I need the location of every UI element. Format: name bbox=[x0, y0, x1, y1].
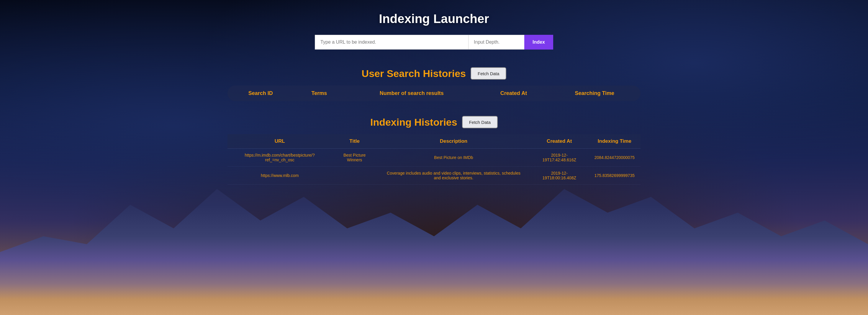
cell-title: Best Picture Winners bbox=[332, 149, 377, 167]
col-indexing-time: Indexing Time bbox=[589, 134, 641, 149]
cell-title bbox=[332, 167, 377, 185]
col-created-at: Created At bbox=[478, 86, 549, 101]
table-row: https://www.mlb.com Coverage includes au… bbox=[227, 167, 641, 185]
col-title: Title bbox=[332, 134, 377, 149]
cell-created-at: 2019-12-19T17:42:48.616Z bbox=[530, 149, 589, 167]
indexing-histories-title: Indexing Histories bbox=[370, 117, 457, 128]
cell-url: https://m.imdb.com/chart/bestpicture/?re… bbox=[227, 149, 332, 167]
col-searching-time: Searching Time bbox=[549, 86, 641, 101]
cell-indexing-time: 175.83582699999735 bbox=[589, 167, 641, 185]
search-histories-table: Search ID Terms Number of search results… bbox=[227, 86, 641, 101]
search-histories-table-container: Search ID Terms Number of search results… bbox=[227, 86, 641, 101]
cell-description: Best Picture on IMDb bbox=[377, 149, 530, 167]
cell-url: https://www.mlb.com bbox=[227, 167, 332, 185]
url-input[interactable] bbox=[315, 35, 468, 50]
indexing-histories-header: Indexing Histories Fetch Data bbox=[6, 116, 862, 128]
search-histories-header: User Search Histories Fetch Data bbox=[6, 67, 862, 80]
depth-input[interactable] bbox=[468, 35, 524, 50]
col-description: Description bbox=[377, 134, 530, 149]
col-num-results: Number of search results bbox=[345, 86, 478, 101]
cell-created-at: 2019-12-19T18:00:16.408Z bbox=[530, 167, 589, 185]
cell-description: Coverage includes audio and video clips,… bbox=[377, 167, 530, 185]
page-title: Indexing Launcher bbox=[6, 12, 862, 26]
cell-indexing-time: 2084.8244720000075 bbox=[589, 149, 641, 167]
indexing-histories-table: URL Title Description Created At Indexin… bbox=[227, 134, 641, 185]
index-button[interactable]: Index bbox=[524, 35, 553, 50]
col-url: URL bbox=[227, 134, 332, 149]
indexing-launcher-form: Index bbox=[6, 35, 862, 50]
search-histories-title: User Search Histories bbox=[362, 68, 466, 80]
indexing-histories-fetch-button[interactable]: Fetch Data bbox=[462, 116, 498, 128]
indexing-histories-table-container: URL Title Description Created At Indexin… bbox=[227, 134, 641, 185]
col-search-id: Search ID bbox=[227, 86, 294, 101]
table-row: https://m.imdb.com/chart/bestpicture/?re… bbox=[227, 149, 641, 167]
col-terms: Terms bbox=[294, 86, 345, 101]
search-histories-fetch-button[interactable]: Fetch Data bbox=[471, 67, 506, 80]
col-created-at-idx: Created At bbox=[530, 134, 589, 149]
